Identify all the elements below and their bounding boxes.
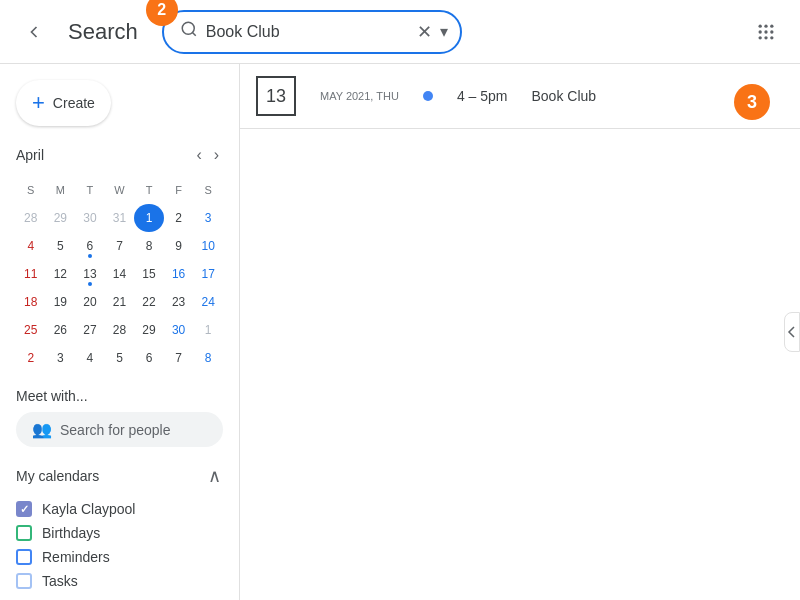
calendar-day[interactable]: 12	[46, 260, 76, 288]
calendar-day[interactable]: 20	[75, 288, 105, 316]
svg-point-9	[764, 36, 767, 39]
main-content: + Create April ‹ › S M	[0, 64, 800, 600]
svg-point-0	[182, 22, 194, 34]
birthdays-label: Birthdays	[42, 525, 100, 541]
day-header-sat: S	[193, 176, 223, 204]
calendar-grid: S M T W T F S 28293031123456789101112131…	[16, 176, 223, 372]
event-date-info: MAY 2021, THU	[320, 90, 399, 102]
calendar-day[interactable]: 6	[75, 232, 105, 260]
tasks-checkbox	[16, 573, 32, 589]
kayla-label: Kayla Claypool	[42, 501, 135, 517]
page-title: Search	[68, 19, 138, 45]
calendar-day[interactable]: 1	[193, 316, 223, 344]
svg-point-6	[764, 30, 767, 33]
apps-button[interactable]	[748, 14, 784, 50]
calendar-day[interactable]: 5	[105, 344, 135, 372]
calendar-day[interactable]: 14	[105, 260, 135, 288]
calendar-day[interactable]: 2	[164, 204, 194, 232]
calendar-nav: ‹ ›	[192, 142, 223, 168]
clear-search-button[interactable]: ✕	[413, 17, 436, 47]
calendar-day[interactable]: 28	[105, 316, 135, 344]
calendar-day[interactable]: 7	[164, 344, 194, 372]
calendar-next-button[interactable]: ›	[210, 142, 223, 168]
calendar-day[interactable]: 13	[75, 260, 105, 288]
calendar-day[interactable]: 28	[16, 204, 46, 232]
event-date-label: MAY 2021, THU	[320, 90, 399, 102]
calendar-day[interactable]: 7	[105, 232, 135, 260]
calendar-item-birthdays[interactable]: Birthdays	[16, 521, 223, 545]
kayla-checkbox: ✓	[16, 501, 32, 517]
calendar-day[interactable]: 31	[105, 204, 135, 232]
calendar-day[interactable]: 30	[75, 204, 105, 232]
calendar-day[interactable]: 30	[164, 316, 194, 344]
search-people-button[interactable]: 👥 Search for people	[16, 412, 223, 447]
calendar-day[interactable]: 23	[164, 288, 194, 316]
my-calendars-section: My calendars ∧ ✓ Kayla Claypool Birthday…	[16, 463, 223, 593]
my-calendars-header: My calendars ∧	[16, 463, 223, 489]
calendar-day[interactable]: 3	[193, 204, 223, 232]
search-input[interactable]	[206, 23, 413, 41]
day-header-wed: W	[105, 176, 135, 204]
calendar-day[interactable]: 2	[16, 344, 46, 372]
calendar-day[interactable]: 29	[46, 204, 76, 232]
create-label: Create	[53, 95, 95, 111]
event-date-number: 13	[266, 86, 286, 107]
svg-point-4	[770, 24, 773, 27]
calendar-item-kayla[interactable]: ✓ Kayla Claypool	[16, 497, 223, 521]
event-row[interactable]: 13 MAY 2021, THU 4 – 5pm Book Club	[240, 64, 800, 129]
search-dropdown-button[interactable]: ▾	[436, 18, 452, 45]
day-header-thu: T	[134, 176, 164, 204]
calendar-day[interactable]: 8	[134, 232, 164, 260]
mini-calendar: April ‹ › S M T W T F	[16, 142, 223, 372]
collapse-sidebar-button[interactable]	[784, 312, 800, 352]
svg-point-2	[759, 24, 762, 27]
calendar-day[interactable]: 1	[134, 204, 164, 232]
my-calendars-label: My calendars	[16, 468, 99, 484]
day-header-fri: F	[164, 176, 194, 204]
calendar-day[interactable]: 27	[75, 316, 105, 344]
tasks-label: Tasks	[42, 573, 78, 589]
calendar-day[interactable]: 3	[46, 344, 76, 372]
svg-point-8	[759, 36, 762, 39]
calendar-day[interactable]: 4	[75, 344, 105, 372]
calendar-day[interactable]: 11	[16, 260, 46, 288]
calendar-day[interactable]: 9	[164, 232, 194, 260]
calendar-day[interactable]: 26	[46, 316, 76, 344]
calendar-day[interactable]: 10	[193, 232, 223, 260]
calendar-day[interactable]: 18	[16, 288, 46, 316]
calendar-day[interactable]: 25	[16, 316, 46, 344]
reminders-checkbox	[16, 549, 32, 565]
calendar-day[interactable]: 19	[46, 288, 76, 316]
create-button[interactable]: + Create	[16, 80, 111, 126]
calendar-day[interactable]: 17	[193, 260, 223, 288]
app-container: Search 2 ✕ ▾ + Create	[0, 0, 800, 600]
calendar-day[interactable]: 24	[193, 288, 223, 316]
calendar-day[interactable]: 16	[164, 260, 194, 288]
event-date-box: 13	[256, 76, 296, 116]
my-calendars-collapse-button[interactable]: ∧	[206, 463, 223, 489]
calendar-day[interactable]: 21	[105, 288, 135, 316]
calendar-day[interactable]: 4	[16, 232, 46, 260]
content-area: 13 MAY 2021, THU 4 – 5pm Book Club 3	[240, 64, 800, 600]
step3-badge: 3	[734, 84, 770, 120]
calendar-day[interactable]: 6	[134, 344, 164, 372]
reminders-label: Reminders	[42, 549, 110, 565]
day-header-mon: M	[46, 176, 76, 204]
calendar-day[interactable]: 8	[193, 344, 223, 372]
people-icon: 👥	[32, 420, 52, 439]
calendar-day[interactable]: 15	[134, 260, 164, 288]
back-button[interactable]	[16, 14, 52, 50]
search-icon	[180, 20, 198, 43]
calendar-item-reminders[interactable]: Reminders	[16, 545, 223, 569]
svg-point-7	[770, 30, 773, 33]
calendar-prev-button[interactable]: ‹	[192, 142, 205, 168]
calendar-day[interactable]: 22	[134, 288, 164, 316]
svg-point-3	[764, 24, 767, 27]
event-time: 4 – 5pm	[457, 88, 508, 104]
svg-point-10	[770, 36, 773, 39]
sidebar: + Create April ‹ › S M	[0, 64, 240, 600]
calendar-day[interactable]: 5	[46, 232, 76, 260]
calendar-day[interactable]: 29	[134, 316, 164, 344]
calendar-item-tasks[interactable]: Tasks	[16, 569, 223, 593]
calendar-month-label: April	[16, 147, 44, 163]
